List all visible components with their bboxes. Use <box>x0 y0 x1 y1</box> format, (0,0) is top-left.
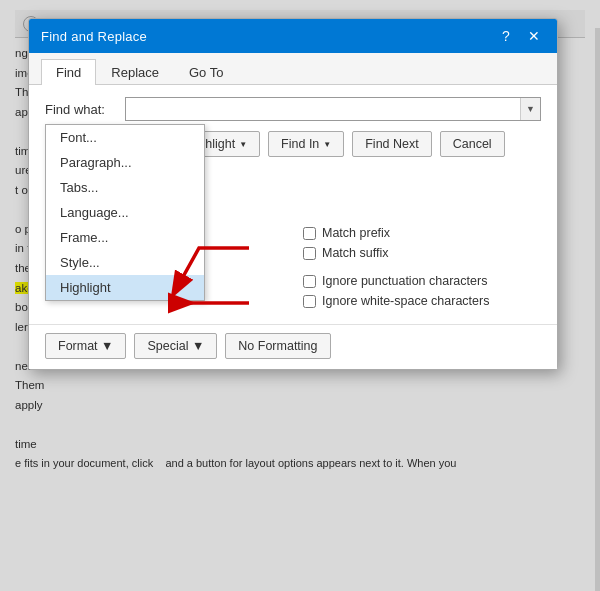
dropdown-language[interactable]: Language... <box>46 200 204 225</box>
title-controls: ? ✕ <box>495 25 545 47</box>
format-dropdown-menu: Font... Paragraph... Tabs... Language...… <box>45 124 205 301</box>
dropdown-font[interactable]: Font... <box>46 125 204 150</box>
tab-replace[interactable]: Replace <box>96 59 174 85</box>
tab-goto[interactable]: Go To <box>174 59 238 85</box>
dropdown-tabs[interactable]: Tabs... <box>46 175 204 200</box>
dropdown-paragraph[interactable]: Paragraph... <box>46 150 204 175</box>
find-replace-dialog: Find and Replace ? ✕ Find Replace Go To … <box>28 18 558 370</box>
help-button[interactable]: ? <box>495 25 517 47</box>
match-suffix-checkbox[interactable] <box>303 247 316 260</box>
dropdown-frame[interactable]: Frame... <box>46 225 204 250</box>
find-input-wrap: ▼ <box>125 97 541 121</box>
format-label: Format <box>58 339 98 353</box>
right-checkboxes: Match prefix Match suffix <box>293 226 541 266</box>
find-what-row: Find what: ▼ <box>45 97 541 121</box>
tab-bar: Find Replace Go To <box>29 53 557 85</box>
format-dropdown-arrow: ▼ <box>101 339 113 353</box>
match-suffix-label: Match suffix <box>322 246 388 260</box>
ignore-right: Ignore punctuation characters Ignore whi… <box>293 274 541 314</box>
ignore-whitespace-checkbox[interactable] <box>303 295 316 308</box>
find-next-button[interactable]: Find Next <box>352 131 432 157</box>
ignore-punctuation-label: Ignore punctuation characters <box>322 274 487 288</box>
special-button[interactable]: Special ▼ <box>134 333 217 359</box>
match-prefix-checkbox[interactable] <box>303 227 316 240</box>
find-label: Find what: <box>45 102 115 117</box>
dialog-title-bar: Find and Replace ? ✕ <box>29 19 557 53</box>
find-dropdown-button[interactable]: ▼ <box>520 98 540 120</box>
close-button[interactable]: ✕ <box>523 25 545 47</box>
ignore-whitespace-label: Ignore white-space characters <box>322 294 489 308</box>
match-prefix-item: Match prefix <box>303 226 541 240</box>
find-input[interactable] <box>126 98 520 120</box>
special-dropdown-arrow: ▼ <box>192 339 204 353</box>
special-label: Special <box>147 339 188 353</box>
dropdown-highlight[interactable]: Highlight <box>46 275 204 300</box>
match-suffix-item: Match suffix <box>303 246 541 260</box>
cancel-button[interactable]: Cancel <box>440 131 505 157</box>
no-formatting-button[interactable]: No Formatting <box>225 333 330 359</box>
ignore-punctuation-checkbox[interactable] <box>303 275 316 288</box>
dialog-title: Find and Replace <box>41 29 147 44</box>
tab-find[interactable]: Find <box>41 59 96 85</box>
find-in-button[interactable]: Find In <box>268 131 344 157</box>
match-prefix-label: Match prefix <box>322 226 390 240</box>
dropdown-style[interactable]: Style... <box>46 250 204 275</box>
ignore-whitespace-item: Ignore white-space characters <box>303 294 541 308</box>
ignore-punctuation-item: Ignore punctuation characters <box>303 274 541 288</box>
bottom-buttons-row: Format ▼ Special ▼ No Formatting <box>29 324 557 369</box>
format-button[interactable]: Format ▼ <box>45 333 126 359</box>
